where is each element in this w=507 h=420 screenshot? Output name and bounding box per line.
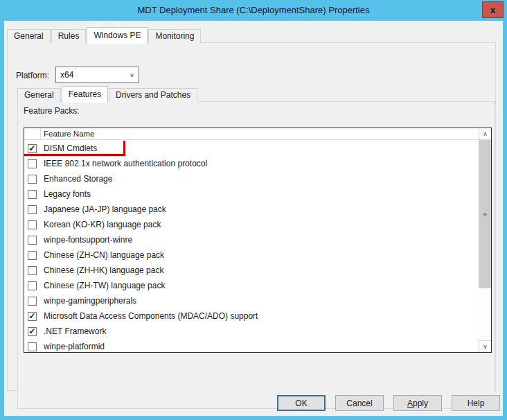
- windows-pe-page: Platform: x64 ∨ General Features Drivers…: [7, 42, 496, 391]
- ok-button[interactable]: OK: [277, 395, 326, 411]
- list-item[interactable]: ✓DISM Cmdlets: [24, 141, 479, 156]
- titlebar: MDT Deployment Share (C:\DeploymentShare…: [0, 0, 507, 21]
- feature-label: winpe-platformid: [44, 342, 105, 351]
- help-button[interactable]: Help: [452, 395, 500, 411]
- feature-label: Microsoft Data Access Components (MDAC/A…: [44, 311, 258, 321]
- feature-checkbox[interactable]: ✓: [28, 144, 37, 153]
- vertical-scrollbar[interactable]: ∧ ≡ ∨: [479, 128, 491, 352]
- subtab-features[interactable]: Features: [62, 86, 108, 103]
- feature-name-column-header[interactable]: Feature Name: [41, 128, 491, 139]
- feature-checkbox[interactable]: [28, 281, 37, 290]
- list-item[interactable]: winpe-platformid: [24, 339, 479, 352]
- feature-checkbox[interactable]: [28, 175, 37, 184]
- feature-checkbox[interactable]: [28, 159, 37, 168]
- feature-label: Korean (KO-KR) language pack: [44, 220, 161, 229]
- window-title: MDT Deployment Share (C:\DeploymentShare…: [0, 0, 507, 21]
- subtab-drivers-and-patches[interactable]: Drivers and Patches: [109, 88, 197, 102]
- tab-monitoring[interactable]: Monitoring: [148, 29, 201, 43]
- list-item[interactable]: ✓Microsoft Data Access Components (MDAC/…: [24, 308, 479, 324]
- feature-label: Chinese (ZH-CN) language pack: [44, 250, 164, 260]
- list-item[interactable]: Enhanced Storage: [24, 171, 479, 186]
- platform-label: Platform:: [16, 68, 49, 84]
- list-item[interactable]: Japanese (JA-JP) language pack: [24, 202, 479, 217]
- feature-label: Chinese (ZH-TW) language pack: [44, 281, 165, 290]
- list-item[interactable]: IEEE 802.1x network authentication proto…: [24, 156, 479, 171]
- feature-label: winpe-fontsupport-winre: [44, 235, 132, 245]
- feature-label: Enhanced Storage: [44, 174, 112, 184]
- feature-list-body: ✓DISM CmdletsIEEE 802.1x network authent…: [24, 141, 479, 352]
- feature-checkbox[interactable]: [28, 297, 37, 306]
- scroll-up-button[interactable]: ∧: [479, 128, 491, 140]
- feature-label: IEEE 802.1x network authentication proto…: [44, 159, 207, 168]
- feature-checkbox[interactable]: ✓: [28, 312, 37, 321]
- feature-checkbox[interactable]: [28, 266, 37, 275]
- dialog-buttons: OKCancelApplyHelp: [277, 395, 500, 411]
- list-item[interactable]: Chinese (ZH-TW) language pack: [24, 278, 479, 293]
- close-button[interactable]: x: [482, 1, 504, 18]
- list-item[interactable]: Chinese (ZH-HK) language pack: [24, 263, 479, 278]
- scrollbar-track[interactable]: [479, 288, 491, 340]
- feature-checkbox[interactable]: [28, 220, 37, 229]
- cancel-button[interactable]: Cancel: [335, 395, 384, 411]
- feature-label: Japanese (JA-JP) language pack: [44, 204, 166, 214]
- tab-windows-pe[interactable]: Windows PE: [87, 27, 148, 44]
- subtab-general[interactable]: General: [17, 88, 61, 102]
- checkbox-column-header: [24, 128, 41, 139]
- close-icon: x: [490, 5, 495, 15]
- feature-checkbox[interactable]: [28, 236, 37, 245]
- list-item[interactable]: Korean (KO-KR) language pack: [24, 217, 479, 232]
- chevron-up-icon: ∧: [483, 130, 488, 137]
- scroll-down-button[interactable]: ∨: [479, 340, 491, 352]
- feature-checkbox[interactable]: ✓: [28, 327, 37, 336]
- list-item[interactable]: ✓.NET Framework: [24, 324, 479, 339]
- feature-checkbox[interactable]: [28, 205, 37, 214]
- sub-tab-strip: General Features Drivers and Patches: [17, 85, 198, 102]
- list-header: Feature Name: [24, 128, 491, 140]
- chevron-down-icon: ∨: [483, 343, 488, 350]
- feature-checkbox[interactable]: [28, 342, 37, 351]
- feature-checkbox[interactable]: [28, 190, 37, 199]
- properties-dialog: MDT Deployment Share (C:\DeploymentShare…: [0, 0, 507, 420]
- feature-label: .NET Framework: [44, 326, 106, 336]
- scrollbar-grip-icon: ≡: [479, 211, 491, 218]
- top-tab-strip: General Rules Windows PE Monitoring: [7, 26, 202, 43]
- platform-value: x64: [60, 70, 130, 80]
- platform-select[interactable]: x64 ∨: [55, 67, 139, 83]
- feature-label: DISM Cmdlets: [44, 143, 97, 153]
- list-item[interactable]: winpe-gamingperipherals: [24, 293, 479, 308]
- tab-rules[interactable]: Rules: [51, 29, 87, 43]
- chevron-down-icon: ∨: [130, 72, 134, 78]
- scrollbar-thumb[interactable]: ≡: [479, 140, 491, 288]
- feature-packs-label: Feature Packs:: [24, 106, 80, 116]
- feature-label: Chinese (ZH-HK) language pack: [44, 265, 163, 275]
- features-page: Feature Packs: Feature Name ✓DISM Cmdlet…: [17, 101, 495, 409]
- feature-checkbox[interactable]: [28, 251, 37, 260]
- list-item[interactable]: winpe-fontsupport-winre: [24, 232, 479, 247]
- apply-button[interactable]: Apply: [393, 395, 442, 411]
- list-item[interactable]: Chinese (ZH-CN) language pack: [24, 247, 479, 263]
- dialog-body: General Rules Windows PE Monitoring Plat…: [4, 21, 503, 416]
- feature-list: Feature Name ✓DISM CmdletsIEEE 802.1x ne…: [24, 128, 492, 353]
- feature-label: winpe-gamingperipherals: [44, 296, 136, 306]
- tab-general[interactable]: General: [7, 29, 51, 43]
- list-item[interactable]: Legacy fonts: [24, 186, 479, 202]
- feature-label: Legacy fonts: [44, 189, 91, 199]
